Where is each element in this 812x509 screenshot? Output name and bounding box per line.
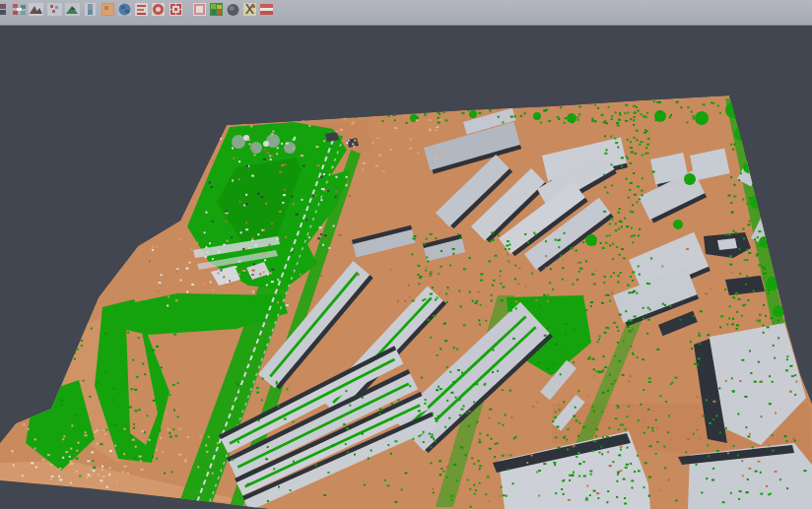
markers-icon[interactable] bbox=[242, 2, 257, 17]
terrain-green-icon[interactable] bbox=[65, 2, 80, 17]
flag-stripes-icon[interactable] bbox=[259, 2, 274, 17]
toolbar bbox=[0, 0, 812, 26]
point-cloud-scene bbox=[0, 26, 812, 509]
viewport-3d[interactable] bbox=[0, 26, 812, 509]
histogram-icon[interactable] bbox=[134, 2, 149, 17]
layers-icon[interactable] bbox=[0, 2, 9, 17]
orthophoto-icon[interactable] bbox=[101, 2, 115, 17]
crop-region-icon[interactable] bbox=[169, 2, 183, 17]
globe-icon[interactable] bbox=[117, 2, 132, 17]
terrain-brown-icon[interactable] bbox=[29, 2, 43, 17]
profile-column-icon[interactable] bbox=[83, 2, 98, 17]
sphere-icon[interactable] bbox=[226, 2, 240, 17]
points-icon[interactable] bbox=[47, 2, 62, 17]
transform-icon[interactable] bbox=[12, 2, 27, 17]
target-icon[interactable] bbox=[151, 2, 166, 17]
frame-icon[interactable] bbox=[192, 2, 207, 17]
application-window bbox=[0, 0, 812, 509]
classification-icon[interactable] bbox=[209, 2, 224, 17]
